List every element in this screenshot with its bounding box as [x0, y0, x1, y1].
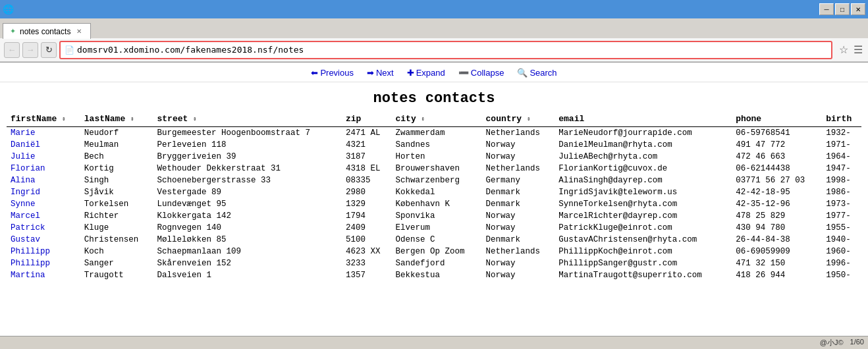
sort-arrow-country[interactable]: ⇕	[527, 116, 530, 122]
firstname-link[interactable]: Phillipp	[11, 259, 50, 268]
collapse-link[interactable]: ➖ Collapse	[458, 68, 504, 78]
previous-link[interactable]: ⬅ Previous	[311, 68, 354, 78]
sort-arrow-firstname[interactable]: ⇕	[62, 116, 65, 122]
cell-country: Norway	[482, 257, 555, 269]
cell-birth: 1986-	[822, 186, 861, 198]
cell-phone: 06-69059909	[732, 246, 822, 257]
maximize-button[interactable]: □	[835, 3, 850, 15]
cell-country: Denmark	[482, 198, 555, 210]
cell-lastname: Neudorf	[80, 127, 153, 140]
cell-street: Bryggeriveien 39	[153, 151, 341, 163]
cell-zip: 2471 AL	[342, 127, 392, 140]
cell-email: MarieNeudorf@jourrapide.com	[555, 127, 732, 140]
firstname-link[interactable]: Alina	[11, 176, 36, 185]
firstname-link[interactable]: Marcel	[11, 211, 40, 221]
cell-street: Dalsveien 1	[153, 269, 341, 281]
firstname-link[interactable]: Patrick	[11, 223, 45, 232]
col-phone: phone	[732, 112, 822, 127]
next-label: Next	[376, 68, 394, 78]
cell-city: København K	[391, 198, 481, 210]
cell-city: Elverum	[391, 222, 481, 234]
minimize-button[interactable]: ─	[819, 3, 834, 15]
cell-firstname: Florian	[7, 163, 80, 174]
expand-link[interactable]: ✚ Expand	[407, 68, 445, 78]
cell-firstname: Marie	[7, 127, 80, 140]
menu-icon[interactable]: ☰	[852, 43, 864, 56]
col-city: city ⇕	[391, 112, 481, 127]
cell-city: Brouwershaven	[391, 163, 481, 174]
forward-button[interactable]: →	[22, 42, 38, 58]
firstname-link[interactable]: Synne	[11, 200, 36, 209]
refresh-button[interactable]: ↻	[41, 42, 57, 58]
page-icon: 📄	[65, 45, 74, 55]
cell-zip: 4318 EL	[342, 163, 392, 174]
cell-country: Norway	[482, 210, 555, 222]
firstname-link[interactable]: Phillipp	[11, 247, 50, 256]
active-tab[interactable]: ✦ notes contacts ✕	[3, 23, 91, 39]
close-button[interactable]: ✕	[851, 3, 865, 15]
page-title: notes contacts	[0, 82, 868, 112]
cell-lastname: Christensen	[80, 234, 153, 246]
next-arrow-icon: ➡	[367, 68, 374, 78]
firstname-link[interactable]: Martina	[11, 271, 45, 280]
next-link[interactable]: ➡ Next	[367, 68, 394, 78]
cell-city: Sandefjord	[391, 257, 481, 269]
table-row: Gustav Christensen Mølleløkken 85 5100 O…	[7, 234, 861, 246]
cell-email: JulieABech@rhyta.com	[555, 151, 732, 163]
cell-firstname: Patrick	[7, 222, 80, 234]
table-row: Florian Kortig Wethouder Dekkerstraat 31…	[7, 163, 861, 174]
tab-icon: ✦	[10, 27, 16, 36]
cell-zip: 4623 XX	[342, 246, 392, 257]
cell-email: PhillippSanger@gustr.com	[555, 257, 732, 269]
cell-email: GustavAChristensen@rhyta.com	[555, 234, 732, 246]
firstname-link[interactable]: Daniël	[11, 140, 40, 149]
firstname-link[interactable]: Ingrid	[11, 188, 40, 197]
cell-firstname: Phillipp	[7, 257, 80, 269]
cell-city: Sandnes	[391, 139, 481, 151]
table-row: Marcel Richter Klokkergata 142 1794 Spon…	[7, 210, 861, 222]
search-link[interactable]: 🔍 Search	[517, 68, 556, 78]
cell-lastname: Torkelsen	[80, 198, 153, 210]
col-country: country ⇕	[482, 112, 555, 127]
cell-lastname: Singh	[80, 174, 153, 186]
cell-zip: 3187	[342, 151, 392, 163]
cell-country: Denmark	[482, 234, 555, 246]
cell-country: Netherlands	[482, 127, 555, 140]
back-button[interactable]: ←	[4, 42, 20, 58]
table-row: Phillipp Sanger Skårenveien 152 3233 San…	[7, 257, 861, 269]
cell-firstname: Phillipp	[7, 246, 80, 257]
firstname-link[interactable]: Marie	[11, 128, 36, 138]
bookmark-icon[interactable]: ☆	[838, 43, 850, 56]
firstname-link[interactable]: Florian	[11, 164, 45, 173]
cell-zip: 4321	[342, 139, 392, 151]
sort-arrow-city[interactable]: ⇕	[421, 116, 425, 122]
tab-close-button[interactable]: ✕	[74, 27, 84, 36]
cell-zip: 1357	[342, 269, 392, 281]
cell-email: DanielMeulman@rhyta.com	[555, 139, 732, 151]
firstname-link[interactable]: Julie	[11, 152, 36, 161]
title-bar-left: 🌐	[3, 4, 14, 14]
sort-arrow-lastname[interactable]: ⇕	[130, 116, 134, 122]
firstname-link[interactable]: Gustav	[11, 235, 40, 244]
cell-city: Bekkestua	[391, 269, 481, 281]
cell-firstname: Martina	[7, 269, 80, 281]
cell-email: MarcelRichter@dayrep.com	[555, 210, 732, 222]
cell-lastname: Richter	[80, 210, 153, 222]
cell-country: Germany	[482, 174, 555, 186]
cell-zip: 1329	[342, 198, 392, 210]
cell-birth: 1960-	[822, 246, 861, 257]
cell-street: Rognvegen 140	[153, 222, 341, 234]
cell-phone: 472 46 663	[732, 151, 822, 163]
sort-arrow-street[interactable]: ⇕	[193, 116, 196, 122]
cell-birth: 1973-	[822, 198, 861, 210]
tab-label: notes contacts	[20, 27, 70, 36]
table-row: Patrick Kluge Rognvegen 140 2409 Elverum…	[7, 222, 861, 234]
cell-city: Zwammerdam	[391, 127, 481, 140]
table-row: Martina Traugott Dalsveien 1 1357 Bekkes…	[7, 269, 861, 281]
col-firstname: firstName ⇕	[7, 112, 80, 127]
cell-street: Burgemeester Hoogenboomstraat 7	[153, 127, 341, 140]
table-row: Julie Bech Bryggeriveien 39 3187 Horten …	[7, 151, 861, 163]
cell-phone: 06-62144438	[732, 163, 822, 174]
col-lastname: lastName ⇕	[80, 112, 153, 127]
address-input[interactable]	[77, 45, 827, 55]
